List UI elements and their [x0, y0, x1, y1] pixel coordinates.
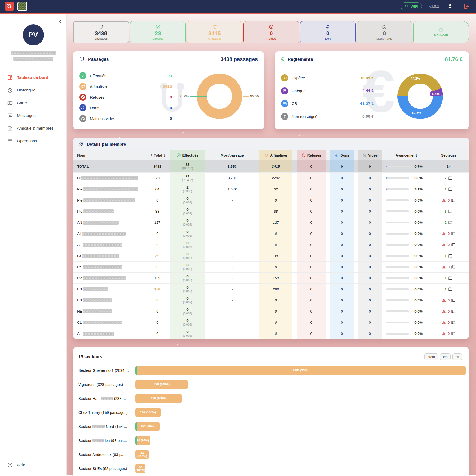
table-row[interactable]: ES2880(0.00€)-2880000.0%1	[73, 283, 469, 295]
sidebar-item-op-rations[interactable]: Opérations	[0, 135, 66, 147]
sector-bar[interactable]: 159 (100%)	[135, 408, 161, 417]
sectors-count: 3	[445, 209, 447, 213]
sort-direction-icon[interactable]: ↓	[164, 153, 166, 157]
wifi-icon	[404, 4, 409, 9]
sidebar-item-carte[interactable]: Carte	[0, 97, 66, 109]
org-photo-thumbnail[interactable]	[17, 2, 27, 11]
cell-secteurs: 1	[428, 273, 469, 283]
table-row[interactable]: Gr390(0.00€)-390000.0%1	[73, 250, 469, 261]
sector-bar[interactable]: 288 (100%)	[135, 394, 182, 403]
progress-fill	[386, 177, 387, 179]
column-header-moy-passage[interactable]: Moy./passage	[207, 150, 257, 160]
sector-bar-track: 83 (100%)	[135, 450, 466, 459]
cell-effectues: 0(0.00€)	[168, 328, 207, 339]
sector-bar-row: Secteur Guehenno 1 (2094 ...2080 (99%)	[78, 366, 466, 375]
member-name: Gr	[73, 250, 147, 261]
cell-avancement: 0.0%	[384, 262, 428, 272]
stat-card-don[interactable]: 0Don	[300, 21, 356, 43]
sidebar-item-messages[interactable]: Messages	[0, 109, 66, 122]
sector-bar[interactable]: 2080 (99%)	[135, 366, 466, 375]
cell-secteurs: 0	[428, 328, 469, 339]
table-row[interactable]: Cl272321(78.43€)3.73€27020000.8%7	[73, 172, 469, 184]
effectues-count: 0	[186, 296, 189, 301]
column-header-avancement[interactable]: Avancement	[384, 150, 428, 160]
app-logo-icon[interactable]: G	[5, 2, 14, 11]
table-total-row[interactable]: TOTAL343823(81.76€)3.55€34150000.7%14	[73, 160, 469, 172]
column-header-nom[interactable]: Nom	[73, 150, 147, 160]
column-header-vides[interactable]: Vides	[356, 150, 384, 160]
cell-vides: 0	[356, 217, 384, 228]
passages-total: 3438 passages	[221, 56, 258, 62]
sector-bar[interactable]: 83 (100%)	[135, 450, 149, 459]
member-name-redacted	[83, 287, 108, 291]
table-row[interactable]: CL00(0.00€)-00000.0%0	[73, 317, 469, 328]
sidebar-item-tableau-de-bord[interactable]: Tableau de bord	[0, 71, 66, 84]
map-icon	[448, 254, 453, 258]
sector-bar[interactable]: 153 (99%)	[135, 422, 160, 431]
column-header-effectu-s[interactable]: Effectués	[168, 150, 207, 160]
donation-icon	[325, 24, 330, 30]
sort-by-nom[interactable]: Nom	[424, 353, 438, 360]
warning-icon	[442, 198, 446, 203]
logout-icon[interactable]	[463, 3, 470, 10]
stat-card-nouveau[interactable]: Nouveau	[413, 21, 469, 43]
stat-card-a-finaliser[interactable]: 3415À finaliser	[187, 21, 242, 43]
progress-percent: 0.0%	[411, 321, 423, 324]
table-row[interactable]: HE00(0.00€)-00000.0%0	[73, 306, 469, 317]
column-header--finaliser[interactable]: À finaliser	[257, 150, 295, 160]
cell-dons: 0	[328, 317, 356, 328]
sector-label: Secteur Nord (154 ...	[78, 424, 135, 429]
table-row[interactable]: Au00(0.00€)-00000.0%0	[73, 239, 469, 250]
stat-card-passages[interactable]: 3438passages	[73, 21, 129, 43]
effectues-stack: 0(0.00€)	[183, 296, 192, 304]
member-name-prefix: Pie	[77, 209, 83, 213]
sort-by-nb[interactable]: Nb	[440, 353, 451, 360]
progress-percent: 0.0%	[411, 332, 423, 336]
user-account-icon[interactable]	[447, 3, 453, 10]
table-row[interactable]: Pa00(0.00€)-00000.0%0	[73, 261, 469, 272]
sectors-count: 0	[448, 265, 450, 269]
sector-bar[interactable]: 62 (100%)	[135, 464, 145, 473]
table-row[interactable]: Pie642(3.33€)1.67€620003.1%1	[73, 184, 469, 195]
stat-card-effectue[interactable]: 23Effectué	[130, 21, 186, 43]
column-header-secteurs[interactable]: Secteurs	[428, 150, 469, 160]
effectues-stack: 2(3.33€)	[183, 185, 192, 193]
effectues-count: 2	[186, 185, 189, 190]
sidebar-item-aide[interactable]: Aide	[0, 459, 66, 471]
effectues-amount: (3.33€)	[183, 190, 192, 193]
avatar[interactable]: PV	[23, 24, 44, 45]
column-header-refus-s[interactable]: Refusés	[295, 150, 328, 160]
sector-bar[interactable]: 90 (96%)	[135, 436, 150, 445]
cell-dons: 0	[328, 195, 356, 206]
table-row[interactable]: Pie380(0.00€)-380000.0%3	[73, 206, 469, 217]
cell-effectues: 0(0.00€)	[168, 317, 207, 328]
cell-refuses: 0	[295, 284, 328, 295]
effectues-count: 0	[186, 230, 189, 234]
sort-by-percent[interactable]: %	[452, 353, 462, 360]
table-row[interactable]: ES00(0.00€)-00000.0%0	[73, 295, 469, 306]
cell-moy-passage: 1.67€	[207, 184, 257, 195]
table-row[interactable]: All00(0.00€)-00000.0%0	[73, 228, 469, 239]
refresh-icon	[212, 24, 217, 30]
progress-percent: 0.8%	[411, 176, 423, 180]
column-header-total[interactable]: Total↓	[147, 150, 168, 160]
sectors-count: 1	[445, 254, 447, 258]
sidebar-collapse-chevron-icon[interactable]: ‹	[59, 18, 61, 24]
table-row[interactable]: Pie00(0.00€)-00000.0%0	[73, 195, 469, 206]
sidebar-item-amicale-membres[interactable]: Amicale & membres	[0, 122, 66, 135]
cell-vides: 0	[356, 262, 384, 272]
column-header-dons[interactable]: Dons	[328, 150, 356, 160]
stat-card-refuse[interactable]: 0Refusé	[243, 21, 299, 43]
stat-card-maison-vide[interactable]: 0Maison vide	[357, 21, 412, 43]
sidebar-item-historique[interactable]: Historique	[0, 84, 66, 97]
effectues-stack: 0(0.00€)	[183, 196, 192, 204]
cell-avancement: 0.7%	[384, 160, 428, 172]
effectues-stack: 0(0.00€)	[183, 230, 192, 237]
sector-bar[interactable]: 328 (100%)	[135, 380, 188, 389]
table-row[interactable]: Pie1590(0.00€)-1590000.0%1	[73, 272, 469, 283]
table-row[interactable]: AN1270(0.00€)-1270000.0%2	[73, 217, 469, 228]
table-row[interactable]: Au00(0.00€)-00000.0%0	[73, 328, 469, 339]
cell-avancement: 0.0%	[384, 195, 428, 206]
effectues-amount: (0.00€)	[183, 256, 192, 260]
cell-total: 39	[147, 250, 168, 261]
